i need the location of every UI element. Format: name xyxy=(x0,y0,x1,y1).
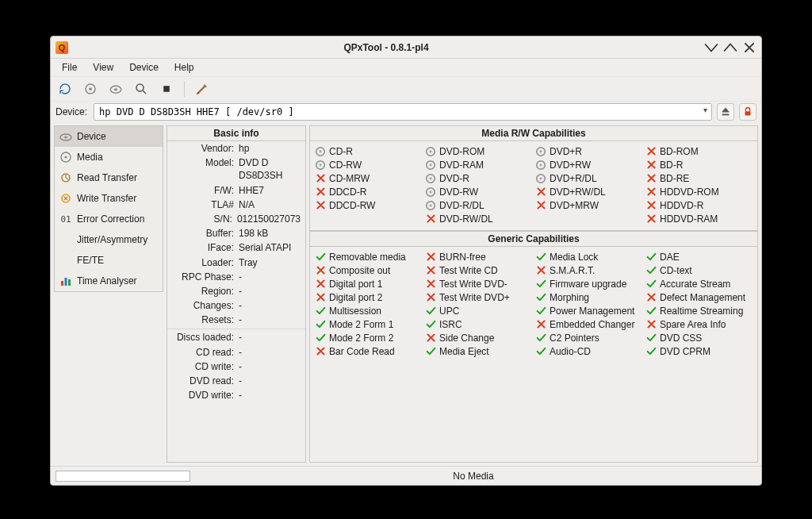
capability-label: HDDVD-R xyxy=(660,200,703,211)
basic-row: CD read:- xyxy=(167,345,305,359)
sidebar-item-read-transfer[interactable]: Read Transfer xyxy=(55,167,163,188)
chart-icon xyxy=(59,275,72,287)
capability-label: DVD-RW/DL xyxy=(439,213,493,225)
basic-key: Model: xyxy=(172,156,234,182)
x-icon xyxy=(425,333,436,344)
svg-point-27 xyxy=(430,177,432,179)
capability-label: Bar Code Read xyxy=(329,346,395,357)
capability-label: DVD+R/DL xyxy=(550,173,597,184)
capability-item: Mode 2 Form 1 xyxy=(315,317,422,331)
sidebar-item-jitter[interactable]: Jitter/Asymmetry xyxy=(55,229,163,250)
capability-label: DVD+R xyxy=(550,146,582,157)
x-icon xyxy=(535,186,546,198)
check-icon xyxy=(315,252,326,263)
sidebar-item-media[interactable]: Media xyxy=(55,147,163,167)
capability-item: BD-ROM xyxy=(645,144,753,158)
x-icon xyxy=(645,213,657,225)
capability-label: BD-RE xyxy=(660,173,689,184)
capability-label: HDDVD-RAM xyxy=(660,213,718,225)
capability-label: CD-RW xyxy=(329,160,362,171)
capability-item: BD-RE xyxy=(645,171,753,185)
ec-icon: 01 xyxy=(59,213,72,225)
menu-help[interactable]: Help xyxy=(167,60,202,75)
capability-item: Spare Area Info xyxy=(645,317,753,331)
capability-item: CD-R xyxy=(315,144,422,158)
basic-key: CD write: xyxy=(172,360,234,373)
stop-button[interactable] xyxy=(157,79,176,98)
cap-column: Media LockS.M.A.R.T.Firmware upgradeMorp… xyxy=(535,250,642,358)
search-button[interactable] xyxy=(132,79,151,98)
capability-label: Power Management xyxy=(550,306,634,317)
basic-key: DVD write: xyxy=(172,389,234,402)
capability-item: C2 Pointers xyxy=(535,331,642,344)
capability-label: S.M.A.R.T. xyxy=(550,265,595,276)
capability-item: CD-RW xyxy=(315,158,422,171)
disc-icon xyxy=(425,160,436,171)
sidebar-item-label: Jitter/Asymmetry xyxy=(77,234,147,245)
menu-device[interactable]: Device xyxy=(121,60,167,75)
x-icon xyxy=(315,265,326,276)
sidebar-item-label: Write Transfer xyxy=(77,193,136,204)
svg-rect-5 xyxy=(163,86,170,92)
capability-item: Firmware upgrade xyxy=(535,277,642,290)
check-icon xyxy=(645,265,657,276)
sidebar-item-error-correction[interactable]: 01 Error Correction xyxy=(55,209,163,229)
media-caps-grid: CD-RCD-RWCD-MRWDDCD-RDDCD-RWDVD-ROMDVD-R… xyxy=(310,141,757,230)
maximize-button[interactable] xyxy=(723,40,737,55)
sidebar-item-write-transfer[interactable]: Write Transfer xyxy=(55,188,163,209)
basic-row: RPC Phase:- xyxy=(167,270,305,284)
svg-point-1 xyxy=(89,87,92,90)
svg-point-19 xyxy=(320,150,322,152)
rescan-button[interactable] xyxy=(56,79,75,98)
svg-point-31 xyxy=(430,204,432,206)
close-button[interactable] xyxy=(742,40,756,55)
basic-val: - xyxy=(239,299,301,312)
capability-item: Multisession xyxy=(315,304,422,317)
main-area: Device Media Read Transfer Write Transfe… xyxy=(51,122,761,466)
capability-label: Test Write DVD- xyxy=(439,279,508,290)
capabilities-area: Media R/W Capabilities CD-RCD-RWCD-MRWDD… xyxy=(309,125,758,463)
device-select[interactable]: hp DVD D DS8D3SH HHE7 [ /dev/sr0 ] xyxy=(94,103,712,121)
sidebar-item-device[interactable]: Device xyxy=(55,126,163,147)
capability-label: DVD CPRM xyxy=(660,346,710,357)
capability-label: Media Lock xyxy=(550,252,598,263)
eject-button[interactable] xyxy=(717,103,734,121)
capability-label: DVD+MRW xyxy=(550,200,599,211)
basic-val: 012150027073 xyxy=(237,213,301,225)
x-icon xyxy=(645,200,657,211)
write-icon xyxy=(59,192,72,205)
lock-button[interactable] xyxy=(739,103,756,121)
capability-item: DVD CPRM xyxy=(645,344,753,358)
disc-icon xyxy=(59,151,72,163)
svg-point-21 xyxy=(320,163,322,166)
settings-button[interactable] xyxy=(193,79,212,98)
capability-item: DAE xyxy=(645,250,753,263)
capability-item: DVD+RW xyxy=(535,158,642,171)
sidebar-list: Device Media Read Transfer Write Transfe… xyxy=(54,125,163,292)
x-icon xyxy=(425,265,436,276)
menu-file[interactable]: File xyxy=(54,60,85,75)
basic-key: TLA# xyxy=(172,198,234,211)
basic-row: DVD write:- xyxy=(167,388,305,402)
capability-item: Digital port 1 xyxy=(315,277,422,290)
capability-label: Embedded Changer xyxy=(550,319,634,330)
sidebar-item-fete[interactable]: FE/TE xyxy=(55,250,163,271)
capability-item: Side Change xyxy=(425,331,532,344)
x-icon xyxy=(315,292,326,303)
sidebar-item-time-analyser[interactable]: Time Analyser xyxy=(55,271,163,291)
capability-label: CD-R xyxy=(329,146,353,157)
basic-key: F/W: xyxy=(172,184,234,197)
capability-label: Audio-CD xyxy=(550,346,591,357)
basic-row: Changes:- xyxy=(167,298,305,313)
capability-item: CD-text xyxy=(645,263,753,277)
disc-icon xyxy=(315,160,326,171)
capability-item: Removable media xyxy=(315,250,422,263)
device-info-button[interactable] xyxy=(81,79,100,98)
check-icon xyxy=(425,306,436,317)
capability-label: Mode 2 Form 2 xyxy=(329,333,393,344)
menu-view[interactable]: View xyxy=(85,60,121,75)
minimize-button[interactable] xyxy=(704,40,718,55)
svg-point-29 xyxy=(430,190,432,193)
capability-label: DVD-R xyxy=(439,173,469,184)
media-button[interactable] xyxy=(106,79,125,98)
